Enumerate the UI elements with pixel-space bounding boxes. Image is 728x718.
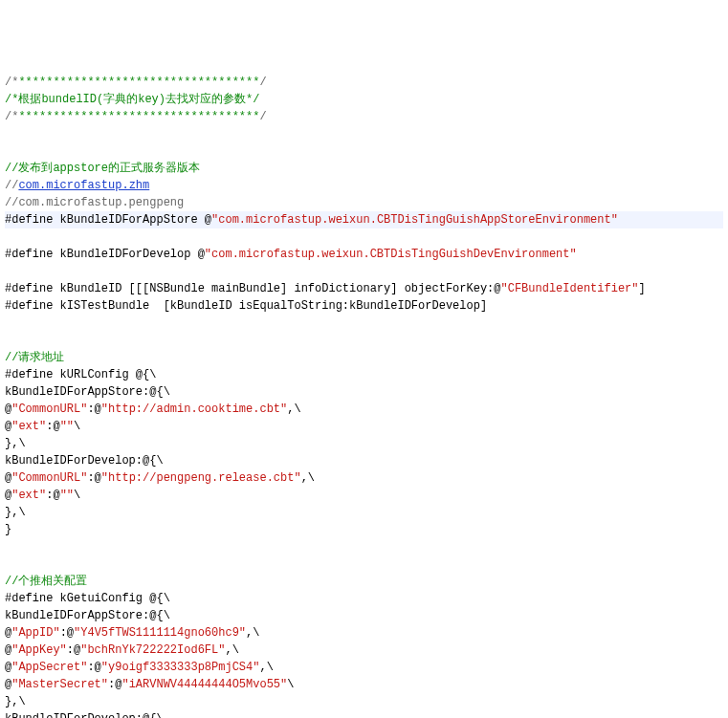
code-segment: "AppSecret" <box>11 661 87 674</box>
code-segment: kBundleIDForAppStore:@{\ <box>5 385 170 399</box>
code-line: @"AppID":@"Y4V5fTWS1111114gno60hc9",\ <box>5 624 723 642</box>
code-line <box>5 228 723 246</box>
code-line: #define kBundleIDForDevelop @"com.microf… <box>5 246 723 263</box>
code-line: #define kBundleIDForAppStore @"com.micro… <box>5 211 723 228</box>
code-line: @"CommonURL":@"http://pengpeng.release.c… <box>5 469 723 487</box>
code-segment: "ext" <box>11 489 46 502</box>
code-segment: #define kBundleIDForDevelop @ <box>5 248 205 261</box>
code-line: //com.microfastup.zhm <box>5 177 723 194</box>
code-segment: "http://pengpeng.release.cbt" <box>101 471 301 485</box>
code-line: //请求地址 <box>5 349 723 366</box>
code-segment: :@ <box>67 643 80 657</box>
code-segment: #define kBundleIDForAppStore @ <box>5 213 211 227</box>
code-segment: kBundleIDForDevelop:@{\ <box>5 454 164 468</box>
code-segment: "AppID" <box>11 626 59 640</box>
code-line: kBundleIDForDevelop:@{\ <box>5 710 723 718</box>
code-line <box>5 125 723 142</box>
code-line: /*根据bundelID(字典的key)去找对应的参数*/ <box>5 91 723 108</box>
code-segment: :@ <box>87 403 100 416</box>
code-segment: //com.microfastup.pengpeng <box>5 196 184 209</box>
code-segment: },\ <box>5 506 26 519</box>
code-segment: //个推相关配置 <box>5 575 87 588</box>
code-segment: ,\ <box>259 661 273 674</box>
code-segment: \ <box>287 678 294 691</box>
code-segment: ,\ <box>287 403 300 416</box>
code-segment: / <box>259 110 266 123</box>
code-segment: ,\ <box>225 643 238 657</box>
code-segment: "com.microfastup.weixun.CBTDisTingGuishD… <box>205 248 577 261</box>
code-segment: #define kURLConfig @{\ <box>5 368 156 381</box>
code-line: @"ext":@""\ <box>5 487 723 504</box>
code-line: #define kBundleID [[[NSBundle mainBundle… <box>5 280 723 297</box>
code-segment: "CommonURL" <box>11 403 87 416</box>
code-segment: \ <box>74 489 80 502</box>
code-segment: "AppKey" <box>11 643 67 657</box>
code-line: #define kGetuiConfig @{\ <box>5 590 723 607</box>
code-line <box>5 263 723 280</box>
code-segment: / <box>259 76 266 89</box>
code-segment: :@ <box>87 661 100 674</box>
code-segment: } <box>5 523 11 536</box>
code-segment: "" <box>60 489 74 502</box>
code-line <box>5 555 723 573</box>
code-segment: /*根据bundelID(字典的key)去找对应的参数*/ <box>5 93 259 106</box>
code-segment: #define kGetuiConfig @{\ <box>5 592 170 605</box>
code-line: },\ <box>5 435 723 452</box>
code-segment: :@ <box>46 489 59 502</box>
code-line: @"AppSecret":@"y9oigf3333333p8PmjCS4",\ <box>5 659 723 676</box>
code-line: @"AppKey":@"bchRnYk722222Iod6FL",\ <box>5 642 723 659</box>
code-line: //com.microfastup.pengpeng <box>5 194 723 211</box>
code-line: } <box>5 521 723 538</box>
code-line: /************************************/ <box>5 74 723 91</box>
code-line: },\ <box>5 504 723 521</box>
code-segment: *********************************** <box>18 76 259 89</box>
code-segment: "CFBundleIdentifier" <box>500 282 638 295</box>
code-segment: #define kBundleID [[[NSBundle mainBundle… <box>5 282 500 295</box>
code-line: /************************************/ <box>5 108 723 125</box>
code-line <box>5 538 723 555</box>
code-line: kBundleIDForDevelop:@{\ <box>5 452 723 469</box>
code-segment: },\ <box>5 695 26 708</box>
code-line: @"CommonURL":@"http://admin.cooktime.cbt… <box>5 401 723 418</box>
code-segment: kBundleIDForDevelop:@{\ <box>5 712 164 718</box>
code-segment: "" <box>60 420 74 433</box>
code-segment: ,\ <box>246 626 259 640</box>
code-line: kBundleIDForAppStore:@{\ <box>5 383 723 401</box>
code-segment: ] <box>639 282 646 295</box>
code-segment: "CommonURL" <box>11 471 87 485</box>
code-segment: :@ <box>87 471 100 485</box>
code-segment: /* <box>5 76 18 89</box>
code-segment: *********************************** <box>18 110 259 123</box>
code-line: //发布到appstore的正式服务器版本 <box>5 160 723 177</box>
code-line: @"ext":@""\ <box>5 418 723 435</box>
code-segment: :@ <box>108 678 121 691</box>
code-line: #define kISTestBundle [kBundleID isEqual… <box>5 297 723 315</box>
code-segment: //请求地址 <box>5 351 64 364</box>
code-segment: "MasterSecret" <box>11 678 108 691</box>
code-segment: "bchRnYk722222Iod6FL" <box>80 643 225 657</box>
code-segment: :@ <box>60 626 74 640</box>
code-segment: "http://admin.cooktime.cbt" <box>101 403 287 416</box>
code-segment: \ <box>74 420 80 433</box>
code-segment: ,\ <box>301 471 315 485</box>
code-segment: "com.microfastup.weixun.CBTDisTingGuishA… <box>211 213 618 227</box>
code-segment: // <box>5 179 18 192</box>
code-line: kBundleIDForAppStore:@{\ <box>5 607 723 624</box>
code-segment: com.microfastup.zhm <box>18 179 149 192</box>
code-segment: //发布到appstore的正式服务器版本 <box>5 162 200 175</box>
code-segment: :@ <box>46 420 59 433</box>
code-line <box>5 142 723 160</box>
code-segment: "iARVNWV44444444O5Mvo55" <box>121 678 287 691</box>
code-segment: "Y4V5fTWS1111114gno60hc9" <box>74 626 246 640</box>
code-segment: },\ <box>5 437 26 450</box>
code-segment: "y9oigf3333333p8PmjCS4" <box>101 661 260 674</box>
code-line <box>5 332 723 349</box>
code-line: @"MasterSecret":@"iARVNWV44444444O5Mvo55… <box>5 676 723 693</box>
code-segment: /* <box>5 110 18 123</box>
code-line: },\ <box>5 693 723 710</box>
code-segment: kBundleIDForAppStore:@{\ <box>5 609 170 622</box>
code-line: //个推相关配置 <box>5 573 723 590</box>
code-line: #define kURLConfig @{\ <box>5 366 723 383</box>
code-block: /************************************//*… <box>5 74 723 718</box>
code-line <box>5 315 723 332</box>
